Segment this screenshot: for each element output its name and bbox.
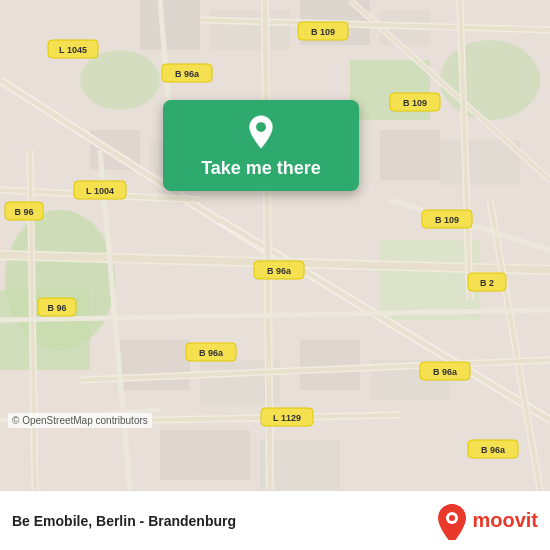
svg-text:L 1004: L 1004	[86, 186, 114, 196]
svg-text:B 109: B 109	[311, 27, 335, 37]
copyright-text: © OpenStreetMap contributors	[8, 413, 152, 428]
location-name: Be Emobile, Berlin - Brandenburg	[12, 513, 436, 529]
moovit-logo[interactable]: moovit	[436, 502, 538, 540]
svg-point-4	[440, 40, 540, 120]
svg-rect-7	[140, 0, 200, 50]
svg-text:L 1129: L 1129	[273, 413, 301, 423]
bottom-bar: Be Emobile, Berlin - Brandenburg moovit	[0, 490, 550, 550]
svg-text:B 96: B 96	[14, 207, 33, 217]
svg-text:B 96a: B 96a	[481, 445, 506, 455]
svg-point-6	[80, 50, 160, 110]
svg-point-80	[449, 515, 455, 521]
svg-text:B 96a: B 96a	[175, 69, 200, 79]
svg-rect-13	[380, 130, 440, 180]
svg-text:B 96: B 96	[47, 303, 66, 313]
location-info: Be Emobile, Berlin - Brandenburg	[12, 513, 436, 529]
svg-point-78	[256, 122, 266, 132]
svg-text:B 109: B 109	[435, 215, 459, 225]
svg-text:B 96a: B 96a	[433, 367, 458, 377]
svg-rect-8	[210, 10, 290, 50]
svg-rect-15	[120, 340, 190, 390]
location-pin-icon	[243, 114, 279, 150]
svg-rect-19	[160, 430, 250, 480]
moovit-brand-text: moovit	[472, 509, 538, 532]
svg-text:B 96a: B 96a	[199, 348, 224, 358]
marker-popup[interactable]: Take me there	[163, 100, 359, 191]
moovit-brand-icon	[436, 502, 468, 540]
svg-text:L 1045: L 1045	[59, 45, 87, 55]
svg-rect-14	[440, 140, 520, 185]
map-container: L 1045 B 96a B 109 B 109 B 109 L 1004 B …	[0, 0, 550, 490]
svg-text:B 109: B 109	[403, 98, 427, 108]
take-me-there-button[interactable]: Take me there	[201, 158, 321, 179]
svg-text:B 96a: B 96a	[267, 266, 292, 276]
svg-text:B 2: B 2	[480, 278, 494, 288]
